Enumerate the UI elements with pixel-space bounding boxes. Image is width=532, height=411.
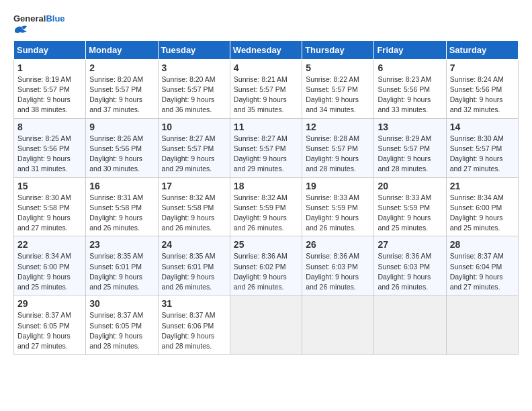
logo-general: GeneralBlue	[13, 13, 65, 24]
logo: GeneralBlue	[13, 13, 65, 38]
day-number: 1	[17, 62, 82, 73]
day-cell: 27 Sunrise: 8:36 AMSunset: 6:03 PMDaylig…	[374, 236, 446, 295]
day-info: Sunrise: 8:33 AMSunset: 5:59 PMDaylight:…	[306, 193, 359, 232]
day-cell	[230, 295, 302, 355]
day-info: Sunrise: 8:27 AMSunset: 5:57 PMDaylight:…	[162, 134, 216, 173]
day-cell: 10 Sunrise: 8:27 AMSunset: 5:57 PMDaylig…	[158, 118, 230, 177]
weekday-header-row: SundayMondayTuesdayWednesdayThursdayFrid…	[14, 40, 519, 59]
day-number: 27	[378, 239, 442, 250]
weekday-friday: Friday	[374, 40, 446, 59]
day-number: 24	[162, 239, 226, 250]
day-cell: 1 Sunrise: 8:19 AMSunset: 5:57 PMDayligh…	[14, 59, 86, 118]
day-cell: 22 Sunrise: 8:34 AMSunset: 6:00 PMDaylig…	[14, 236, 86, 295]
weekday-saturday: Saturday	[446, 40, 518, 59]
day-cell: 14 Sunrise: 8:30 AMSunset: 5:57 PMDaylig…	[446, 118, 518, 177]
day-number: 9	[89, 122, 154, 132]
day-cell: 5 Sunrise: 8:22 AMSunset: 5:57 PMDayligh…	[302, 59, 374, 118]
day-info: Sunrise: 8:20 AMSunset: 5:57 PMDaylight:…	[89, 75, 143, 114]
weekday-sunday: Sunday	[14, 40, 86, 59]
weekday-monday: Monday	[86, 40, 158, 59]
day-number: 28	[450, 239, 515, 250]
day-number: 5	[306, 62, 370, 73]
day-info: Sunrise: 8:20 AMSunset: 5:57 PMDaylight:…	[162, 75, 216, 114]
header: GeneralBlue	[13, 13, 519, 38]
weekday-tuesday: Tuesday	[158, 40, 230, 59]
day-number: 22	[17, 239, 82, 250]
day-cell: 6 Sunrise: 8:23 AMSunset: 5:56 PMDayligh…	[374, 59, 446, 118]
day-number: 19	[306, 181, 370, 191]
weekday-thursday: Thursday	[302, 40, 374, 59]
day-info: Sunrise: 8:30 AMSunset: 5:57 PMDaylight:…	[450, 134, 504, 173]
day-info: Sunrise: 8:28 AMSunset: 5:57 PMDaylight:…	[306, 134, 359, 173]
day-cell: 7 Sunrise: 8:24 AMSunset: 5:56 PMDayligh…	[446, 59, 518, 118]
day-info: Sunrise: 8:24 AMSunset: 5:56 PMDaylight:…	[450, 75, 504, 114]
day-number: 3	[162, 62, 226, 73]
day-number: 14	[450, 122, 515, 132]
day-number: 8	[17, 122, 82, 132]
day-info: Sunrise: 8:19 AMSunset: 5:57 PMDaylight:…	[17, 75, 71, 114]
day-number: 21	[450, 181, 515, 191]
day-cell: 24 Sunrise: 8:35 AMSunset: 6:01 PMDaylig…	[158, 236, 230, 295]
day-number: 30	[89, 298, 154, 309]
day-cell: 11 Sunrise: 8:27 AMSunset: 5:57 PMDaylig…	[230, 118, 302, 177]
day-number: 20	[378, 181, 442, 191]
day-info: Sunrise: 8:23 AMSunset: 5:56 PMDaylight:…	[378, 75, 431, 114]
day-cell: 15 Sunrise: 8:30 AMSunset: 5:58 PMDaylig…	[14, 177, 86, 236]
day-info: Sunrise: 8:37 AMSunset: 6:05 PMDaylight:…	[89, 311, 143, 350]
day-number: 11	[234, 122, 298, 132]
day-cell: 28 Sunrise: 8:37 AMSunset: 6:04 PMDaylig…	[446, 236, 518, 295]
day-cell: 26 Sunrise: 8:36 AMSunset: 6:03 PMDaylig…	[302, 236, 374, 295]
day-info: Sunrise: 8:32 AMSunset: 5:59 PMDaylight:…	[234, 193, 287, 232]
day-number: 31	[162, 298, 226, 309]
day-cell	[446, 295, 518, 355]
day-cell: 4 Sunrise: 8:21 AMSunset: 5:57 PMDayligh…	[230, 59, 302, 118]
day-number: 29	[17, 298, 82, 309]
day-number: 25	[234, 239, 298, 250]
day-info: Sunrise: 8:35 AMSunset: 6:01 PMDaylight:…	[162, 252, 216, 291]
page-wrapper: GeneralBlue SundayMondayTuesdayWednesday…	[13, 13, 519, 355]
week-row-1: 1 Sunrise: 8:19 AMSunset: 5:57 PMDayligh…	[14, 59, 519, 118]
calendar: SundayMondayTuesdayWednesdayThursdayFrid…	[13, 40, 519, 355]
day-cell: 18 Sunrise: 8:32 AMSunset: 5:59 PMDaylig…	[230, 177, 302, 236]
week-row-5: 29 Sunrise: 8:37 AMSunset: 6:05 PMDaylig…	[14, 295, 519, 355]
day-number: 23	[89, 239, 154, 250]
day-cell: 13 Sunrise: 8:29 AMSunset: 5:57 PMDaylig…	[374, 118, 446, 177]
day-info: Sunrise: 8:36 AMSunset: 6:03 PMDaylight:…	[378, 252, 431, 291]
day-info: Sunrise: 8:31 AMSunset: 5:58 PMDaylight:…	[89, 193, 143, 232]
day-info: Sunrise: 8:25 AMSunset: 5:56 PMDaylight:…	[17, 134, 71, 173]
day-number: 2	[89, 62, 154, 73]
day-cell: 17 Sunrise: 8:32 AMSunset: 5:58 PMDaylig…	[158, 177, 230, 236]
day-number: 26	[306, 239, 370, 250]
day-cell: 29 Sunrise: 8:37 AMSunset: 6:05 PMDaylig…	[14, 295, 86, 355]
day-info: Sunrise: 8:34 AMSunset: 6:00 PMDaylight:…	[17, 252, 71, 291]
logo-text-block: GeneralBlue	[13, 13, 65, 38]
day-cell: 16 Sunrise: 8:31 AMSunset: 5:58 PMDaylig…	[86, 177, 158, 236]
day-cell: 12 Sunrise: 8:28 AMSunset: 5:57 PMDaylig…	[302, 118, 374, 177]
day-cell: 3 Sunrise: 8:20 AMSunset: 5:57 PMDayligh…	[158, 59, 230, 118]
week-row-3: 15 Sunrise: 8:30 AMSunset: 5:58 PMDaylig…	[14, 177, 519, 236]
day-cell: 9 Sunrise: 8:26 AMSunset: 5:56 PMDayligh…	[86, 118, 158, 177]
day-info: Sunrise: 8:33 AMSunset: 5:59 PMDaylight:…	[378, 193, 431, 232]
logo-blue: Blue	[46, 13, 64, 24]
day-info: Sunrise: 8:37 AMSunset: 6:06 PMDaylight:…	[162, 311, 216, 350]
day-info: Sunrise: 8:36 AMSunset: 6:02 PMDaylight:…	[234, 252, 287, 291]
weekday-wednesday: Wednesday	[230, 40, 302, 59]
day-info: Sunrise: 8:26 AMSunset: 5:56 PMDaylight:…	[89, 134, 143, 173]
day-info: Sunrise: 8:34 AMSunset: 6:00 PMDaylight:…	[450, 193, 504, 232]
day-number: 17	[162, 181, 226, 191]
day-number: 10	[162, 122, 226, 132]
day-number: 13	[378, 122, 442, 132]
day-info: Sunrise: 8:21 AMSunset: 5:57 PMDaylight:…	[234, 75, 287, 114]
week-row-4: 22 Sunrise: 8:34 AMSunset: 6:00 PMDaylig…	[14, 236, 519, 295]
day-number: 7	[450, 62, 515, 73]
day-cell: 8 Sunrise: 8:25 AMSunset: 5:56 PMDayligh…	[14, 118, 86, 177]
week-row-2: 8 Sunrise: 8:25 AMSunset: 5:56 PMDayligh…	[14, 118, 519, 177]
day-cell: 19 Sunrise: 8:33 AMSunset: 5:59 PMDaylig…	[302, 177, 374, 236]
day-cell: 20 Sunrise: 8:33 AMSunset: 5:59 PMDaylig…	[374, 177, 446, 236]
day-cell	[302, 295, 374, 355]
day-cell: 21 Sunrise: 8:34 AMSunset: 6:00 PMDaylig…	[446, 177, 518, 236]
day-number: 16	[89, 181, 154, 191]
day-cell: 2 Sunrise: 8:20 AMSunset: 5:57 PMDayligh…	[86, 59, 158, 118]
day-info: Sunrise: 8:35 AMSunset: 6:01 PMDaylight:…	[89, 252, 143, 291]
logo-bird-icon	[13, 24, 28, 35]
